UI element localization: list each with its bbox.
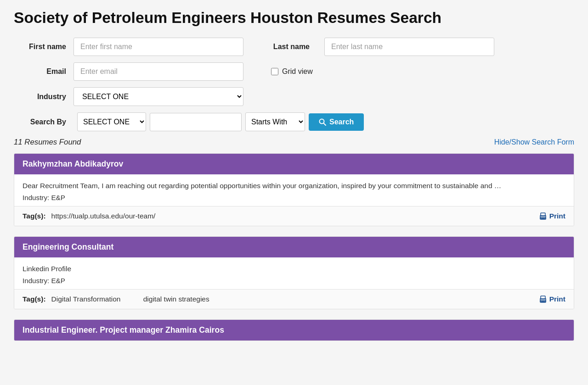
search-by-row: Search By SELECT ONE Starts With Search — [14, 112, 574, 131]
print-label: Print — [549, 295, 565, 303]
search-icon — [319, 118, 326, 126]
search-by-label: Search By — [14, 118, 74, 126]
first-name-label: First name — [14, 43, 74, 51]
resume-industry: Industry: E&P — [23, 277, 565, 285]
first-name-input[interactable] — [74, 38, 243, 56]
resume-tags: Tag(s): Digital Transformation digital t… — [14, 289, 574, 309]
search-button[interactable]: Search — [309, 113, 364, 131]
tags-label: Tag(s): — [23, 295, 46, 303]
results-count: 11 Resumes Found — [14, 138, 81, 147]
email-input[interactable] — [74, 62, 243, 81]
resume-header: Rakhymzhan Abdikadyrov — [14, 154, 574, 174]
resume-summary: Linkedin Profile — [23, 265, 565, 273]
grid-view-checkbox[interactable] — [271, 68, 278, 75]
tags-value: https://tualp.utulsa.edu/our-team/ — [51, 212, 156, 220]
tags-left: Tag(s): https://tualp.utulsa.edu/our-tea… — [23, 212, 155, 220]
grid-view-label: Grid view — [282, 67, 313, 76]
industry-select[interactable]: SELECT ONE — [74, 87, 243, 106]
tags-left: Tag(s): Digital Transformation digital t… — [23, 295, 209, 303]
printer-icon — [539, 212, 547, 220]
print-button[interactable]: Print — [539, 295, 565, 303]
search-form: First name Last name Email Grid view Ind… — [14, 38, 574, 131]
tags-separator — [128, 295, 136, 303]
resume-card: Industrial Engineer. Project manager Zha… — [14, 319, 574, 341]
resume-body: Dear Recruitment Team, I am reaching out… — [14, 174, 574, 206]
resume-list: Rakhymzhan Abdikadyrov Dear Recruitment … — [14, 153, 574, 341]
starts-with-select[interactable]: Starts With — [245, 112, 305, 131]
email-gridview-row: Email Grid view — [14, 62, 574, 81]
search-button-label: Search — [329, 118, 354, 126]
resume-card: Rakhymzhan Abdikadyrov Dear Recruitment … — [14, 153, 574, 226]
email-label: Email — [14, 67, 74, 76]
search-by-select[interactable]: SELECT ONE — [77, 112, 146, 131]
hide-show-link[interactable]: Hide/Show Search Form — [494, 138, 574, 146]
search-by-text-input[interactable] — [150, 113, 242, 131]
page-title: Society of Petroleum Engineers Houston R… — [14, 9, 574, 27]
resume-body: Linkedin Profile Industry: E&P — [14, 257, 574, 289]
resume-tags: Tag(s): https://tualp.utulsa.edu/our-tea… — [14, 206, 574, 226]
last-name-input[interactable] — [324, 38, 494, 56]
last-name-col: Last name — [271, 38, 494, 56]
grid-view-col: Grid view — [271, 67, 313, 76]
tags-value-2: digital twin strategies — [143, 295, 209, 303]
print-button[interactable]: Print — [539, 212, 565, 220]
resume-card: Engineering Consultant Linkedin Profile … — [14, 236, 574, 309]
first-last-name-row: First name Last name — [14, 38, 574, 56]
resume-industry: Industry: E&P — [23, 194, 565, 201]
resume-header: Engineering Consultant — [14, 237, 574, 257]
tags-label: Tag(s): — [23, 212, 46, 220]
industry-label: Industry — [14, 93, 74, 101]
printer-icon — [539, 295, 547, 303]
print-label: Print — [549, 212, 565, 220]
last-name-label: Last name — [271, 43, 317, 51]
industry-row: Industry SELECT ONE — [14, 87, 574, 106]
tags-value-1: Digital Transformation — [51, 295, 121, 303]
results-bar: 11 Resumes Found Hide/Show Search Form — [14, 138, 574, 147]
svg-line-1 — [324, 123, 326, 125]
resume-header: Industrial Engineer. Project manager Zha… — [14, 320, 574, 340]
resume-summary: Dear Recruitment Team, I am reaching out… — [23, 182, 565, 190]
